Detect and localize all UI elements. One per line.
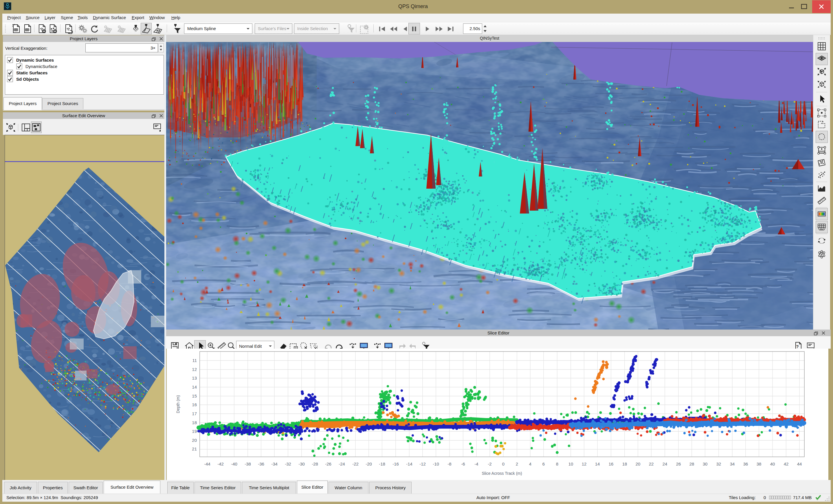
svg-text:16: 16 <box>192 402 197 407</box>
svg-text:11: 11 <box>192 358 197 363</box>
svg-text:-34: -34 <box>271 461 278 466</box>
svg-text:-4: -4 <box>474 461 478 466</box>
svg-text:10: 10 <box>568 461 573 466</box>
svg-text:40: 40 <box>770 461 775 466</box>
svg-text:0: 0 <box>502 461 504 466</box>
svg-text:42: 42 <box>784 461 789 466</box>
svg-text:8: 8 <box>556 461 558 466</box>
svg-text:21: 21 <box>192 447 197 451</box>
svg-text:-8: -8 <box>448 461 451 466</box>
svg-text:-42: -42 <box>217 461 224 466</box>
svg-text:-32: -32 <box>285 461 291 466</box>
svg-text:-12: -12 <box>420 461 426 466</box>
svg-text:-36: -36 <box>258 461 264 466</box>
svg-text:34: 34 <box>730 461 735 466</box>
svg-text:14: 14 <box>192 385 197 389</box>
svg-text:-30: -30 <box>299 461 305 466</box>
svg-text:12: 12 <box>582 461 587 466</box>
svg-text:6: 6 <box>542 461 545 466</box>
svg-text:22: 22 <box>649 461 654 466</box>
svg-text:-24: -24 <box>339 461 345 466</box>
svg-text:Q: Q <box>6 3 9 7</box>
svg-text:-28: -28 <box>312 461 318 466</box>
svg-text:-6: -6 <box>461 461 465 466</box>
svg-text:13: 13 <box>192 376 197 381</box>
svg-text:2: 2 <box>516 461 518 466</box>
svg-text:17: 17 <box>192 411 197 416</box>
svg-text:-2: -2 <box>488 461 492 466</box>
svg-text:4: 4 <box>529 461 531 466</box>
svg-text:Slice Across Track (m): Slice Across Track (m) <box>482 471 522 476</box>
svg-text:-16: -16 <box>392 461 399 466</box>
svg-text:18: 18 <box>192 420 197 425</box>
svg-text:20: 20 <box>636 461 641 466</box>
svg-text:-44: -44 <box>204 461 210 466</box>
svg-text:44: 44 <box>797 461 802 466</box>
svg-text:16: 16 <box>609 461 614 466</box>
svg-text:32: 32 <box>716 461 721 466</box>
svg-text:30: 30 <box>703 461 708 466</box>
svg-text:12: 12 <box>192 367 197 372</box>
svg-text:24: 24 <box>663 461 667 466</box>
svg-text:-26: -26 <box>325 461 331 466</box>
svg-text:-10: -10 <box>433 461 439 466</box>
svg-text:Depth (m): Depth (m) <box>176 395 180 413</box>
svg-text:-20: -20 <box>365 461 372 466</box>
svg-text:-14: -14 <box>406 461 412 466</box>
svg-text:36: 36 <box>743 461 748 466</box>
svg-text:26: 26 <box>676 461 681 466</box>
svg-text:?: ? <box>796 344 799 349</box>
svg-text:20: 20 <box>192 438 197 443</box>
svg-text:18: 18 <box>622 461 627 466</box>
svg-text:-38: -38 <box>244 461 251 466</box>
svg-text:-18: -18 <box>379 461 385 466</box>
svg-text:14: 14 <box>595 461 600 466</box>
svg-text:19: 19 <box>192 429 197 434</box>
svg-text:15: 15 <box>192 393 197 399</box>
svg-text:28: 28 <box>689 461 694 466</box>
svg-text:38: 38 <box>757 461 762 466</box>
svg-text:-40: -40 <box>231 461 237 466</box>
svg-text:-22: -22 <box>352 461 359 466</box>
